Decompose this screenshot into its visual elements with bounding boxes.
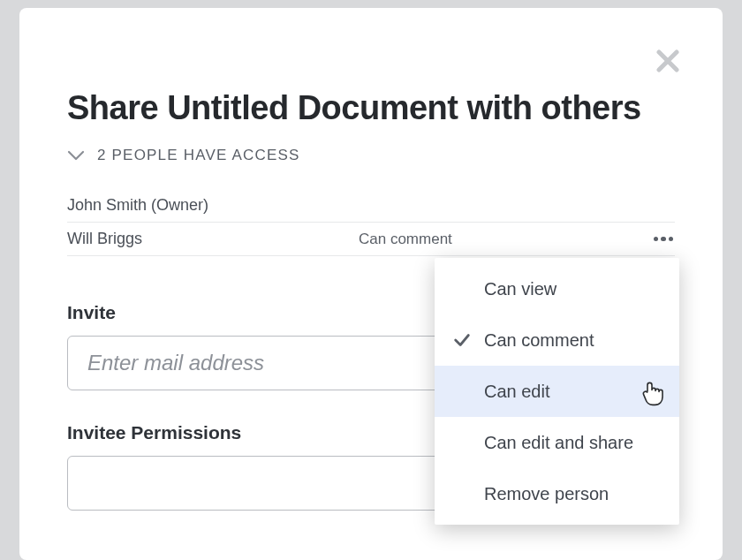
permission-option-label: Can edit [484, 382, 663, 402]
person-name: John Smith (Owner) [67, 196, 359, 215]
permission-option-label: Can comment [484, 330, 663, 351]
permission-option-remove-person[interactable]: Remove person [435, 468, 679, 519]
person-row: John Smith (Owner) [67, 189, 675, 223]
access-summary-label: 2 PEOPLE HAVE ACCESS [97, 147, 300, 164]
chevron-down-icon [67, 149, 85, 162]
permission-option-can-view[interactable]: Can view [435, 263, 679, 314]
permission-dropdown: Can view Can comment Can edit Can edit a… [435, 258, 679, 525]
permission-option-label: Can view [484, 279, 663, 299]
permission-option-can-comment[interactable]: Can comment [435, 314, 679, 366]
close-button[interactable] [650, 43, 685, 79]
people-list: John Smith (Owner) Will Briggs Can comme… [67, 189, 675, 256]
access-summary-row[interactable]: 2 PEOPLE HAVE ACCESS [67, 147, 675, 164]
check-icon [452, 330, 484, 350]
person-name: Will Briggs [67, 230, 359, 248]
dots-icon [654, 237, 659, 242]
close-icon [655, 48, 681, 74]
dialog-title: Share Untitled Document with others [67, 89, 675, 127]
permission-option-can-edit[interactable]: Can edit [435, 366, 679, 417]
permission-option-can-edit-and-share[interactable]: Can edit and share [435, 417, 679, 468]
permission-option-label: Remove person [484, 484, 663, 504]
person-row: Will Briggs Can comment [67, 223, 675, 256]
person-menu-button[interactable] [645, 237, 675, 242]
permission-option-label: Can edit and share [484, 433, 663, 453]
share-dialog: Share Untitled Document with others 2 PE… [19, 8, 723, 560]
person-permission: Can comment [359, 231, 645, 248]
